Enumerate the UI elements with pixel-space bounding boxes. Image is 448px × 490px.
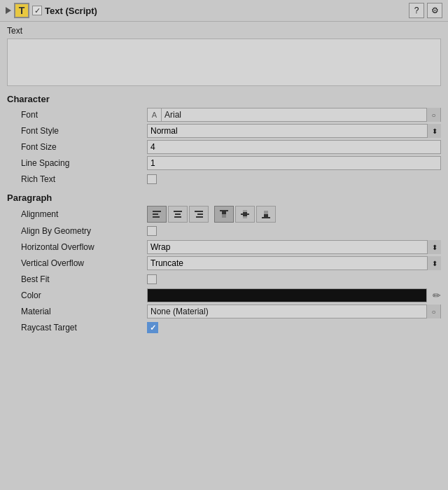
alignment-horizontal — [147, 206, 209, 223]
panel-content: Text Character Font A Arial ○ Font S — [0, 22, 448, 340]
svg-rect-5 — [174, 216, 181, 218]
raycast-target-row: Raycast Target — [7, 320, 441, 335]
font-style-label: Font Style — [7, 126, 147, 136]
align-by-geometry-row: Align By Geometry — [7, 223, 441, 239]
font-style-select[interactable]: Normal Bold Italic Bold Italic — [147, 124, 441, 138]
font-picker-button[interactable]: ○ — [426, 108, 440, 122]
color-row-inner: ✏ — [147, 288, 441, 302]
best-fit-value — [147, 274, 441, 284]
best-fit-label: Best Fit — [7, 274, 147, 284]
color-label: Color — [7, 290, 147, 300]
color-value: ✏ — [147, 288, 441, 302]
text-label: Text — [7, 26, 441, 36]
font-name: Arial — [162, 110, 426, 120]
panel-title: Text (Script) — [45, 6, 97, 16]
align-by-geometry-label: Align By Geometry — [7, 226, 147, 236]
svg-rect-15 — [262, 217, 270, 218]
header-right: ? ⚙ — [409, 3, 442, 18]
vertical-overflow-row: Vertical Overflow Truncate Overflow ⬍ — [7, 255, 441, 271]
svg-rect-4 — [175, 214, 181, 215]
material-field: None (Material) ○ — [147, 304, 441, 318]
svg-rect-14 — [243, 212, 247, 216]
font-size-input[interactable] — [147, 140, 441, 154]
line-spacing-row: Line Spacing — [7, 155, 441, 171]
paragraph-heading: Paragraph — [7, 192, 441, 203]
svg-rect-11 — [222, 211, 226, 214]
font-a-icon: A — [148, 108, 162, 122]
header-left: T ✓ Text (Script) — [6, 3, 97, 18]
alignment-label: Alignment — [7, 209, 147, 219]
color-edit-icon[interactable]: ✏ — [433, 290, 441, 301]
font-field: A Arial ○ — [147, 108, 441, 122]
component-icon: T — [14, 3, 29, 18]
align-by-geometry-value — [147, 226, 441, 236]
svg-rect-2 — [153, 216, 160, 218]
vertical-overflow-wrapper: Truncate Overflow ⬍ — [147, 256, 441, 270]
line-spacing-label: Line Spacing — [7, 158, 147, 168]
svg-rect-9 — [220, 210, 228, 211]
rich-text-row: Rich Text — [7, 172, 441, 187]
rich-text-label: Rich Text — [7, 174, 147, 184]
align-middle-button[interactable] — [235, 206, 255, 223]
best-fit-row: Best Fit — [7, 272, 441, 287]
raycast-target-label: Raycast Target — [7, 323, 147, 332]
align-center-button[interactable] — [168, 206, 188, 223]
svg-rect-7 — [197, 214, 203, 215]
vertical-overflow-select[interactable]: Truncate Overflow — [147, 256, 441, 270]
horizontal-overflow-select[interactable]: Wrap Overflow — [147, 240, 441, 254]
panel-header: T ✓ Text (Script) ? ⚙ — [0, 0, 448, 22]
color-row: Color ✏ — [7, 288, 441, 303]
font-style-value: Normal Bold Italic Bold Italic ⬍ — [147, 124, 441, 138]
align-left-button[interactable] — [147, 206, 167, 223]
text-script-panel: T ✓ Text (Script) ? ⚙ Text Character Fon… — [0, 0, 448, 340]
font-label: Font — [7, 110, 147, 120]
text-input[interactable] — [7, 38, 441, 86]
font-style-wrapper: Normal Bold Italic Bold Italic ⬍ — [147, 124, 441, 138]
alignment-row: Alignment — [7, 206, 441, 223]
raycast-target-value — [147, 322, 441, 333]
character-heading: Character — [7, 94, 441, 104]
material-label: Material — [7, 307, 147, 316]
align-right-button[interactable] — [189, 206, 209, 223]
vertical-overflow-value: Truncate Overflow ⬍ — [147, 256, 441, 270]
component-enabled-checkbox[interactable]: ✓ — [32, 6, 42, 15]
alignment-vertical — [214, 206, 276, 223]
svg-rect-8 — [196, 216, 203, 218]
align-by-geometry-checkbox[interactable] — [147, 226, 157, 236]
align-top-button[interactable] — [214, 206, 234, 223]
horizontal-overflow-wrapper: Wrap Overflow ⬍ — [147, 240, 441, 254]
material-name: None (Material) — [148, 307, 426, 316]
rich-text-value — [147, 174, 441, 184]
font-size-label: Font Size — [7, 142, 147, 152]
raycast-target-checkbox[interactable] — [147, 322, 158, 333]
align-bottom-button[interactable] — [256, 206, 276, 223]
font-size-row: Font Size — [7, 139, 441, 155]
settings-button[interactable]: ⚙ — [427, 3, 442, 18]
svg-rect-3 — [174, 211, 182, 212]
material-value: None (Material) ○ — [147, 304, 441, 318]
material-row: Material None (Material) ○ — [7, 304, 441, 319]
svg-rect-17 — [264, 214, 268, 217]
material-picker-button[interactable]: ○ — [426, 304, 440, 318]
line-spacing-value — [147, 156, 441, 170]
font-size-value — [147, 140, 441, 154]
horizontal-overflow-value: Wrap Overflow ⬍ — [147, 240, 441, 254]
font-value: A Arial ○ — [147, 108, 441, 122]
font-style-row: Font Style Normal Bold Italic Bold Itali… — [7, 123, 441, 139]
collapse-icon[interactable] — [6, 7, 11, 14]
svg-rect-6 — [195, 211, 203, 212]
rich-text-checkbox[interactable] — [147, 174, 157, 184]
svg-rect-0 — [153, 211, 161, 212]
font-row: Font A Arial ○ — [7, 107, 441, 122]
alignment-value — [147, 206, 441, 223]
horizontal-overflow-row: Horizontal Overflow Wrap Overflow ⬍ — [7, 239, 441, 255]
best-fit-checkbox[interactable] — [147, 274, 157, 284]
line-spacing-input[interactable] — [147, 156, 441, 170]
svg-rect-1 — [153, 214, 158, 215]
horizontal-overflow-label: Horizontal Overflow — [7, 242, 147, 252]
vertical-overflow-label: Vertical Overflow — [7, 258, 147, 268]
color-swatch[interactable] — [147, 288, 427, 302]
help-button[interactable]: ? — [409, 3, 424, 18]
